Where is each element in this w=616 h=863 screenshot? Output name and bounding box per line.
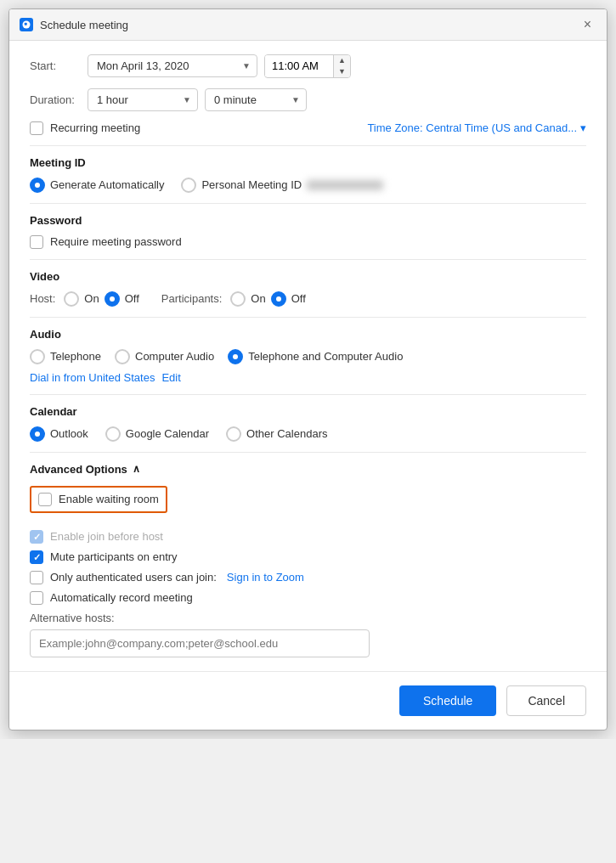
dial-in-link[interactable]: Dial in from United States	[30, 371, 155, 384]
time-input[interactable]: 11:00 AM	[265, 55, 333, 76]
hour-select-wrapper: 0 hour 1 hour 2 hours 3 hours ▼	[88, 88, 198, 111]
svg-rect-1	[25, 23, 27, 25]
participants-off-option[interactable]: Off	[271, 291, 306, 307]
join-before-host-checkbox	[30, 530, 43, 544]
google-calendar-radio[interactable]	[105, 426, 121, 442]
video-section: Video Host: On Off Participants: On	[30, 270, 586, 307]
date-select[interactable]: Mon April 13, 2020	[88, 54, 257, 77]
titlebar: Schedule meeting ×	[9, 9, 607, 41]
cancel-button[interactable]: Cancel	[506, 685, 586, 716]
time-spinners: ▲ ▼	[333, 55, 350, 77]
participants-on-radio[interactable]	[230, 291, 246, 307]
google-calendar-option[interactable]: Google Calendar	[105, 426, 209, 442]
hour-select[interactable]: 0 hour 1 hour 2 hours 3 hours	[88, 88, 198, 111]
telephone-option[interactable]: Telephone	[30, 349, 101, 364]
divider-5	[30, 394, 586, 395]
recurring-checkbox[interactable]	[30, 121, 43, 135]
require-password-option[interactable]: Require meeting password	[30, 235, 586, 249]
both-audio-radio[interactable]	[228, 349, 243, 364]
calendar-title: Calendar	[30, 405, 586, 418]
outlook-option[interactable]: Outlook	[30, 426, 88, 442]
timezone-text: Time Zone: Central Time (US and Canad...	[367, 121, 577, 134]
auto-record-option[interactable]: Automatically record meeting	[30, 591, 193, 605]
host-on-radio[interactable]	[64, 291, 79, 307]
app-icon	[20, 18, 33, 31]
advanced-options-chevron: ∧	[133, 463, 140, 475]
participants-on-option[interactable]: On	[230, 291, 265, 307]
host-on-label: On	[84, 292, 99, 305]
footer-buttons: Schedule Cancel	[9, 671, 607, 730]
mute-participants-checkbox[interactable]	[30, 550, 43, 564]
computer-audio-label: Computer Audio	[135, 350, 214, 363]
waiting-room-wrapper: Enable waiting room	[30, 486, 586, 522]
computer-audio-radio[interactable]	[115, 349, 130, 364]
divider-3	[30, 259, 586, 260]
meeting-id-title: Meeting ID	[30, 156, 586, 169]
mute-participants-label: Mute participants on entry	[50, 550, 178, 563]
schedule-button[interactable]: Schedule	[399, 685, 496, 716]
authenticated-option[interactable]: Only authenticated users can join: Sign …	[30, 571, 304, 584]
computer-audio-option[interactable]: Computer Audio	[115, 349, 214, 364]
generate-auto-radio[interactable]	[30, 178, 45, 193]
meeting-id-section: Meeting ID Generate Automatically Person…	[30, 156, 586, 193]
generate-auto-option[interactable]: Generate Automatically	[30, 178, 164, 193]
participants-off-radio[interactable]	[271, 291, 286, 307]
both-audio-label: Telephone and Computer Audio	[248, 350, 403, 363]
both-audio-option[interactable]: Telephone and Computer Audio	[228, 349, 403, 364]
timezone-link[interactable]: Time Zone: Central Time (US and Canad...…	[367, 121, 586, 134]
timezone-chevron: ▾	[580, 121, 586, 134]
time-down-button[interactable]: ▼	[334, 66, 350, 77]
minute-select-wrapper: 0 minute 15 minutes 30 minutes 45 minute…	[205, 88, 307, 111]
edit-link[interactable]: Edit	[161, 371, 180, 384]
audio-options-row: Telephone Computer Audio Telephone and C…	[30, 349, 586, 364]
sign-in-link[interactable]: Sign in to Zoom	[227, 571, 304, 584]
telephone-radio[interactable]	[30, 349, 45, 364]
time-up-button[interactable]: ▲	[334, 55, 350, 66]
calendar-radio-group: Outlook Google Calendar Other Calendars	[30, 426, 586, 442]
duration-row: Duration: 0 hour 1 hour 2 hours 3 hours …	[30, 88, 586, 111]
alt-hosts-section: Alternative hosts:	[30, 612, 586, 657]
auto-record-checkbox[interactable]	[30, 591, 43, 605]
audio-title: Audio	[30, 328, 586, 341]
divider-2	[30, 203, 586, 204]
advanced-options-header[interactable]: Advanced Options ∧	[30, 463, 586, 476]
recurring-option[interactable]: Recurring meeting	[30, 121, 140, 135]
authenticated-users-row: Only authenticated users can join: Sign …	[30, 571, 586, 584]
participants-off-label: Off	[291, 292, 306, 305]
host-off-radio[interactable]	[105, 291, 120, 307]
host-on-option[interactable]: On	[64, 291, 99, 307]
generate-auto-label: Generate Automatically	[50, 178, 164, 191]
host-off-label: Off	[125, 292, 139, 305]
start-row: Start: Mon April 13, 2020 ▼ 11:00 AM ▲ ▼	[30, 54, 586, 78]
mute-participants-option[interactable]: Mute participants on entry	[30, 550, 178, 564]
time-input-wrapper: 11:00 AM ▲ ▼	[264, 54, 351, 78]
outlook-radio[interactable]	[30, 426, 45, 442]
join-before-host-label: Enable join before host	[50, 530, 163, 543]
other-calendars-option[interactable]: Other Calendars	[226, 426, 327, 442]
recurring-label: Recurring meeting	[50, 121, 140, 134]
waiting-room-checkbox[interactable]	[38, 493, 52, 506]
duration-label: Duration:	[30, 93, 81, 106]
waiting-room-option[interactable]: Enable waiting room	[30, 486, 167, 513]
other-calendars-radio[interactable]	[226, 426, 241, 442]
participants-label: Participants:	[161, 292, 223, 305]
date-select-wrapper: Mon April 13, 2020 ▼	[88, 54, 257, 77]
audio-section: Audio Telephone Computer Audio Telephone…	[30, 328, 586, 384]
personal-id-radio[interactable]	[181, 178, 196, 193]
alt-hosts-input[interactable]	[30, 629, 370, 657]
require-password-label: Require meeting password	[50, 235, 182, 248]
meeting-id-radio-group: Generate Automatically Personal Meeting …	[30, 178, 586, 193]
authenticated-checkbox[interactable]	[30, 571, 43, 584]
calendar-section: Calendar Outlook Google Calendar Other C…	[30, 405, 586, 442]
waiting-room-label: Enable waiting room	[59, 493, 159, 505]
minute-select[interactable]: 0 minute 15 minutes 30 minutes 45 minute…	[205, 88, 307, 111]
dial-in-row: Dial in from United States Edit	[30, 371, 586, 384]
personal-id-option[interactable]: Personal Meeting ID	[181, 178, 383, 193]
host-off-option[interactable]: Off	[105, 291, 139, 307]
require-password-checkbox[interactable]	[30, 235, 43, 249]
other-calendars-label: Other Calendars	[246, 427, 327, 440]
password-title: Password	[30, 214, 586, 227]
personal-id-value	[307, 180, 383, 190]
video-title: Video	[30, 270, 586, 283]
close-button[interactable]: ×	[579, 16, 596, 33]
